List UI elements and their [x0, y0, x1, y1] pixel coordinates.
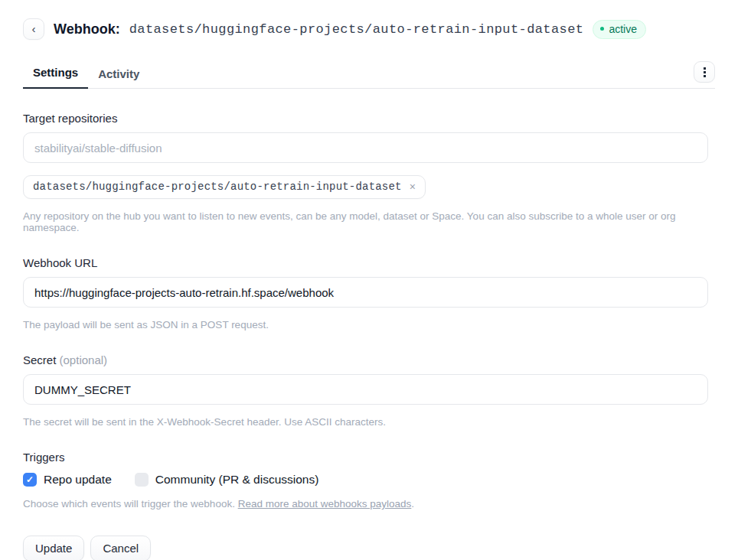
target-repositories-section: Target repositories datasets/huggingface… — [23, 112, 715, 233]
secret-label: Secret (optional) — [23, 353, 715, 366]
remove-chip-button[interactable]: × — [410, 181, 416, 192]
checkbox-icon[interactable]: ✓ — [23, 473, 37, 487]
webhook-settings-page: ‹ Webhook: datasets/huggingface-projects… — [0, 0, 738, 560]
form-actions: Update Cancel — [23, 536, 715, 560]
chevron-left-icon: ‹ — [32, 23, 36, 34]
target-repositories-input[interactable] — [23, 132, 708, 163]
tab-activity[interactable]: Activity — [88, 61, 149, 89]
secret-section: Secret (optional) The secret will be sen… — [23, 353, 715, 428]
target-repositories-helper: Any repository on the hub you want to li… — [23, 210, 715, 233]
triggers-options: ✓ Repo update ✓ Community (PR & discussi… — [23, 473, 715, 487]
target-repo-chip: datasets/huggingface-projects/auto-retra… — [23, 175, 426, 199]
cancel-button[interactable]: Cancel — [90, 536, 151, 560]
webhook-url-input[interactable] — [23, 277, 708, 308]
triggers-helper-text: Choose which events will trigger the web… — [23, 498, 238, 510]
triggers-helper-period: . — [411, 498, 414, 510]
checkbox-repo-update[interactable]: ✓ Repo update — [23, 473, 112, 487]
status-dot-icon — [600, 27, 604, 31]
secret-helper: The secret will be sent in the X-Webhook… — [23, 416, 715, 428]
kebab-icon — [704, 67, 706, 77]
status-badge: active — [593, 20, 646, 39]
check-icon: ✓ — [26, 475, 34, 484]
webhook-url-helper: The payload will be sent as JSON in a PO… — [23, 319, 715, 330]
tab-bar: Settings Activity — [23, 60, 715, 89]
back-button[interactable]: ‹ — [23, 18, 44, 40]
secret-label-text: Secret — [23, 353, 56, 366]
target-repositories-label: Target repositories — [23, 112, 715, 125]
checkbox-repo-update-label: Repo update — [44, 473, 112, 487]
webhook-url-section: Webhook URL The payload will be sent as … — [23, 256, 715, 330]
page-title: Webhook: — [54, 21, 120, 37]
header: ‹ Webhook: datasets/huggingface-projects… — [23, 18, 715, 40]
secret-input[interactable] — [23, 374, 708, 405]
tab-settings[interactable]: Settings — [23, 60, 88, 89]
webhook-repo-path: datasets/huggingface-projects/auto-retra… — [129, 22, 584, 37]
checkbox-community-label: Community (PR & discussions) — [155, 473, 319, 487]
triggers-label: Triggers — [23, 451, 715, 464]
target-repo-chip-label: datasets/huggingface-projects/auto-retra… — [33, 181, 402, 193]
update-button[interactable]: Update — [23, 536, 84, 560]
webhooks-payloads-link[interactable]: Read more about webhooks payloads — [238, 498, 412, 510]
overflow-menu-button[interactable] — [694, 61, 715, 83]
secret-optional-text: (optional) — [60, 353, 108, 366]
chip-row: datasets/huggingface-projects/auto-retra… — [23, 175, 715, 199]
triggers-helper: Choose which events will trigger the web… — [23, 498, 715, 510]
checkbox-community[interactable]: ✓ Community (PR & discussions) — [135, 473, 319, 487]
triggers-section: Triggers ✓ Repo update ✓ Community (PR &… — [23, 451, 715, 510]
webhook-url-label: Webhook URL — [23, 256, 715, 269]
checkbox-icon[interactable]: ✓ — [135, 473, 149, 487]
status-badge-label: active — [609, 23, 637, 35]
